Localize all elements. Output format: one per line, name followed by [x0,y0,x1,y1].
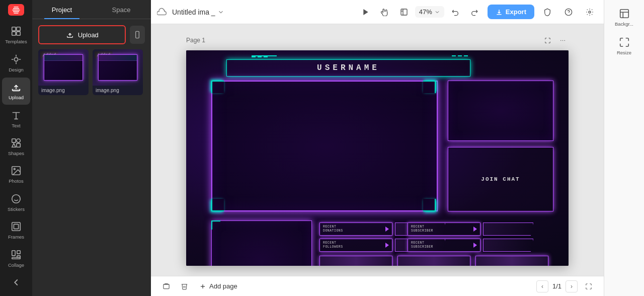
page-navigation: ‹ 1/1 › [536,280,578,292]
hand-tool-button[interactable] [377,4,393,20]
more-canvas-options-btn[interactable] [556,34,569,46]
sidebar-item-stickers-label: Stickers [8,206,25,212]
cloud-icon [157,6,167,18]
panel-sidebar: Project Space Upload Added image.pn [32,0,151,296]
svg-rect-21 [401,9,407,15]
right-property-panel: Backgr... Resize [604,0,644,296]
svg-point-10 [14,169,15,170]
stat-bar-subscriber1 [483,223,533,236]
bottom-bar-1 [319,256,392,266]
image-label: image.png [93,86,143,95]
sidebar-item-shapes-label: Shapes [8,151,24,156]
panel-tabs: Project Space [32,0,151,19]
sidebar-item-collage[interactable]: Collage [2,245,30,272]
topbar-tools: 47% [358,4,482,20]
bottom-left-panel [211,220,312,266]
zoom-label: 47% [419,8,432,16]
right-top-panel [448,81,553,141]
svg-point-7 [17,139,20,142]
join-chat-box: JOIN CHAT [448,147,553,211]
image-label: image.png [38,86,89,95]
bottom-left-corner-tl [211,220,220,230]
upload-row: Upload [38,25,145,44]
sidebar-item-text[interactable]: Text [2,106,30,132]
sidebar-item-photos[interactable]: Photos [2,161,30,188]
svg-rect-1 [17,27,20,31]
svg-point-27 [562,40,563,41]
play-button[interactable] [358,4,374,20]
next-page-btn[interactable]: › [566,280,578,292]
svg-point-28 [564,40,565,41]
sidebar-item-frames-label: Frames [8,234,24,240]
svg-rect-17 [17,255,20,257]
corner-bl [211,199,224,211]
bottom-bar-3 [475,256,548,266]
uploaded-images-grid: Added image.png Added image.png [38,49,145,95]
redo-button[interactable] [466,4,482,20]
settings-button[interactable] [582,4,598,20]
svg-marker-20 [363,9,368,15]
corner-tr [423,81,436,93]
svg-rect-3 [17,32,20,35]
app-logo [8,4,24,16]
page-icons [541,34,569,46]
document-title[interactable]: Untitled ima _ [172,8,224,16]
stat-bar-subscriber2 [483,239,533,252]
username-deco-right [443,55,468,59]
prev-page-btn[interactable]: ‹ [536,280,548,292]
export-button-label: Export [506,8,526,16]
username-text: USERNAME [317,63,380,72]
stat-item-subscriber1: RECENTSUBSCRIBER [408,223,480,236]
canvas-frame[interactable]: USERNAME JOIN CH [186,50,569,266]
trash-page-btn[interactable] [177,279,191,293]
svg-rect-15 [17,250,20,253]
sidebar-item-shapes[interactable]: Shapes [2,133,30,160]
sidebar-item-frames[interactable]: Frames [2,217,30,244]
svg-rect-6 [12,139,16,142]
sidebar-item-design[interactable]: Design [2,50,30,77]
list-item[interactable]: Added image.png [38,49,89,95]
svg-rect-2 [12,32,16,35]
svg-point-25 [589,11,591,13]
fullscreen-btn[interactable] [582,279,596,293]
upload-button[interactable]: Upload [38,25,126,44]
mobile-upload-btn[interactable] [130,26,145,44]
layout-button[interactable] [396,4,412,20]
resize-panel-item[interactable]: Resize [607,33,641,59]
svg-point-11 [12,195,21,203]
list-item[interactable]: Added image.png [93,49,143,95]
fullscreen-canvas-btn[interactable] [541,34,553,46]
sidebar-collapse-btn[interactable] [2,273,30,292]
tab-space[interactable]: Space [92,0,151,19]
join-chat-text: JOIN CHAT [481,176,520,182]
corner-br [423,199,436,211]
bottom-bar-2 [397,256,470,266]
export-button[interactable]: Export [488,5,534,19]
sidebar-item-text-label: Text [12,123,20,128]
tab-project[interactable]: Project [32,0,92,19]
background-panel-item[interactable]: Backgr... [607,4,641,31]
add-page-label: Add page [209,282,237,290]
svg-point-26 [560,40,561,41]
username-bar: USERNAME [226,59,470,77]
stat-item-followers: RECENTFOLLOWERS [319,239,392,252]
canvas-area[interactable]: Page 1 USERNAME [151,24,604,276]
sidebar-item-stickers[interactable]: Stickers [2,189,30,216]
username-deco-left [252,55,277,59]
svg-rect-29 [163,284,169,289]
svg-rect-12 [12,223,21,231]
sidebar-item-upload[interactable]: Upload [2,78,30,104]
background-label: Backgr... [615,21,633,27]
shield-button[interactable] [539,4,555,20]
stat-item-subscriber2: RECENTSUBSCRIBER [408,239,480,252]
panel-content: Upload Added image.png Added [32,19,151,296]
delete-page-btn[interactable] [159,279,173,293]
help-button[interactable] [560,4,577,20]
sidebar-item-templates[interactable]: Templates [2,22,30,48]
image-thumb: Added [93,49,143,86]
svg-rect-14 [12,250,15,255]
sidebar-item-design-label: Design [9,67,24,72]
zoom-control[interactable]: 47% [415,6,444,18]
add-page-button[interactable]: Add page [195,280,242,292]
undo-button[interactable] [447,4,463,20]
